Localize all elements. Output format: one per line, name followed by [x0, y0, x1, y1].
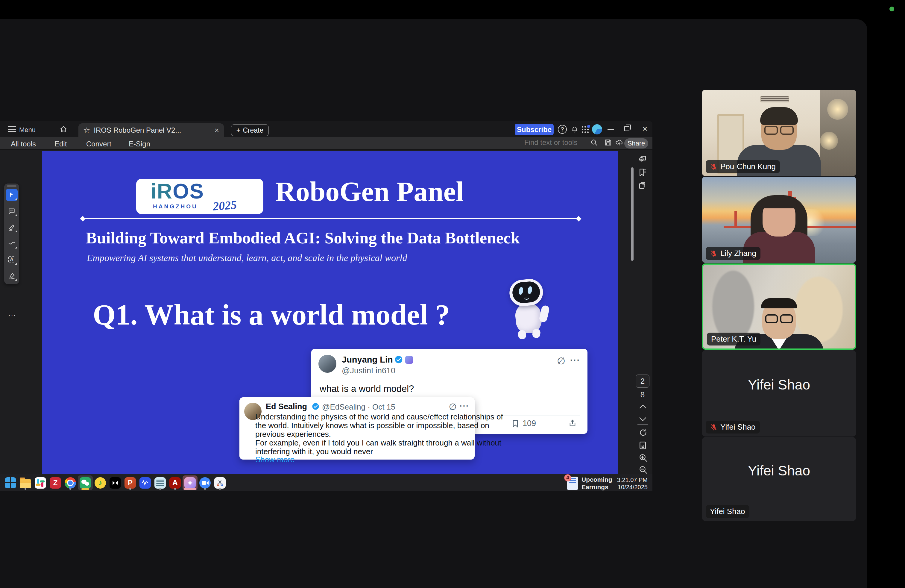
window-minimize-button[interactable]	[608, 129, 614, 130]
tab-all-tools[interactable]: All tools	[11, 140, 36, 148]
highlight-tool[interactable]	[6, 221, 17, 233]
draw-tool[interactable]	[6, 237, 17, 250]
subscribe-label: Subscribe	[517, 126, 552, 134]
logo-city-text: HANGZHOU	[153, 203, 198, 210]
window-close-button[interactable]: ×	[640, 124, 649, 133]
comment-tool[interactable]	[6, 205, 17, 217]
create-button[interactable]: + Create	[231, 124, 269, 136]
logo-brand-text: iROS	[151, 180, 204, 203]
cloud-upload-icon[interactable]	[615, 138, 623, 146]
participant-name: Yifei Shao	[720, 423, 756, 432]
previous-page-chevron-up-icon[interactable]	[638, 403, 647, 410]
tweet1-avatar	[318, 355, 337, 373]
hamburger-menu-icon[interactable]	[8, 126, 16, 132]
document-tab-title: IROS RoboGen Panel V2...	[94, 126, 211, 134]
window-restore-button[interactable]	[624, 126, 629, 131]
help-icon[interactable]: ?	[558, 125, 567, 134]
taskbar-powerpoint-icon[interactable]: P	[123, 475, 138, 490]
video-tile-peter-kt-yu[interactable]: Peter K.T. Yu	[702, 264, 856, 350]
taskbar-acrobat-icon[interactable]: A	[168, 475, 183, 490]
slide-question: Q1. What is a world model ?	[93, 298, 450, 331]
video-tile-yifei-shao-1[interactable]: Yifei Shao Yifei Shao	[702, 350, 856, 437]
pdf-slide-page: iROS HANGZHOU 2025 RoboGen Panel Buildin…	[42, 151, 618, 474]
grok-icon[interactable]: ∅	[557, 355, 565, 367]
tweet1-bookmark-count[interactable]: 109	[511, 419, 536, 428]
share-tweet-icon[interactable]	[568, 419, 577, 427]
user-avatar[interactable]	[592, 124, 602, 134]
taskbar-windows-start-icon[interactable]	[3, 475, 18, 490]
rail-drag-handle[interactable]	[7, 185, 16, 187]
taskbar-zoom-icon[interactable]	[197, 475, 213, 490]
bookmark-icon[interactable]	[511, 420, 519, 428]
taskbar-notebook-icon[interactable]	[152, 475, 168, 490]
taskbar-slack-icon[interactable]	[33, 475, 48, 490]
tweet2-meta: @EdSealing · Oct 15	[322, 402, 395, 412]
pages-panel-icon[interactable]	[638, 181, 647, 190]
tab-edit[interactable]: Edit	[54, 140, 67, 148]
taskbar-clock[interactable]: 3:21:07 PM 10/24/2025	[616, 476, 648, 491]
zoom-in-icon[interactable]	[638, 453, 648, 462]
subscribe-button[interactable]: Subscribe	[515, 124, 554, 135]
comments-panel-icon[interactable]	[638, 155, 647, 164]
mic-muted-icon	[710, 250, 718, 257]
logo-brand-left: iR	[151, 180, 173, 203]
favorite-star-icon[interactable]: ☆	[83, 126, 90, 134]
taskbar-capcut-icon[interactable]	[108, 475, 123, 490]
participant-center-name: Yifei Shao	[702, 377, 856, 393]
share-label: Share	[627, 140, 645, 147]
share-button[interactable]: Share	[624, 138, 648, 148]
taskbar-audio-waveform-icon[interactable]	[138, 475, 152, 490]
search-icon[interactable]	[590, 138, 598, 146]
video-tile-yifei-shao-2[interactable]: Yifei Shao Yifei Shao	[702, 437, 856, 521]
slide-heading: Building Toward Embodied AGI: Solving th…	[86, 229, 520, 247]
taskbar-wechat-icon[interactable]	[78, 475, 93, 490]
tab-close-icon[interactable]: ×	[214, 126, 219, 135]
more-options-icon[interactable]: ···	[570, 355, 580, 365]
text-select-tool[interactable]: A	[6, 254, 17, 265]
acrobat-toolbar: All tools Edit Convert E-Sign	[0, 137, 653, 150]
taskbar-snipping-tool-icon[interactable]	[213, 475, 227, 490]
show-more-link[interactable]: Show more	[255, 455, 295, 464]
tab-esign[interactable]: E-Sign	[129, 140, 150, 148]
document-scrollbar[interactable]	[631, 167, 634, 261]
taskbar-zotero-icon[interactable]: Z	[48, 475, 63, 490]
tray-label-line1: Upcoming	[581, 476, 612, 483]
bookmarks-panel-icon[interactable]	[638, 168, 647, 177]
create-label: Create	[243, 126, 264, 134]
document-tab[interactable]: ☆ IROS RoboGen Panel V2... ×	[78, 123, 224, 137]
home-icon[interactable]	[59, 126, 68, 133]
tweet1-body: what is a world model?	[320, 383, 414, 394]
taskbar-pink-creative-app-icon[interactable]	[183, 475, 197, 490]
affiliate-badge-icon	[405, 356, 413, 364]
system-tray-app[interactable]: 4 Upcoming Earnings	[567, 476, 612, 491]
tweet1-author: Junyang Lin	[342, 355, 393, 365]
tweet2-line3: previous experiences.	[255, 430, 331, 439]
page-number-input[interactable]: 2	[636, 375, 649, 388]
save-icon[interactable]	[604, 138, 612, 146]
acrobat-titlebar: Menu ☆ IROS RoboGen Panel V2... × + Crea…	[0, 121, 653, 137]
select-tool[interactable]	[6, 189, 17, 201]
tab-convert[interactable]: Convert	[86, 140, 111, 148]
more-tools-icon[interactable]: ···	[8, 311, 16, 319]
mic-muted-icon	[710, 423, 718, 431]
zoom-out-icon[interactable]	[638, 465, 648, 474]
plus-icon: +	[237, 126, 240, 134]
video-tile-pou-chun-kung[interactable]: Pou-Chun Kung	[702, 90, 856, 176]
taskbar-qq-music-icon[interactable]: ♪	[93, 475, 108, 490]
music-note-glyph: ♪	[98, 478, 102, 488]
clock-date: 10/24/2025	[616, 483, 648, 491]
find-input[interactable]	[524, 138, 587, 147]
next-page-chevron-down-icon[interactable]	[638, 416, 647, 423]
rotate-page-icon[interactable]	[638, 428, 648, 437]
taskbar-chrome-icon[interactable]	[63, 475, 78, 490]
grok-icon[interactable]: ∅	[449, 402, 457, 412]
taskbar-file-explorer-icon[interactable]	[18, 475, 33, 490]
camera-active-dot	[889, 6, 894, 11]
menu-button[interactable]: Menu	[19, 126, 36, 134]
video-tile-lily-zhang[interactable]: Lily Zhang	[702, 176, 856, 263]
earnings-tray-icon[interactable]: 4	[567, 477, 578, 490]
notifications-bell-icon[interactable]	[570, 125, 579, 133]
fit-page-icon[interactable]	[638, 440, 648, 450]
more-options-icon[interactable]: ···	[460, 402, 469, 411]
powerpoint-glyph: P	[128, 479, 133, 487]
